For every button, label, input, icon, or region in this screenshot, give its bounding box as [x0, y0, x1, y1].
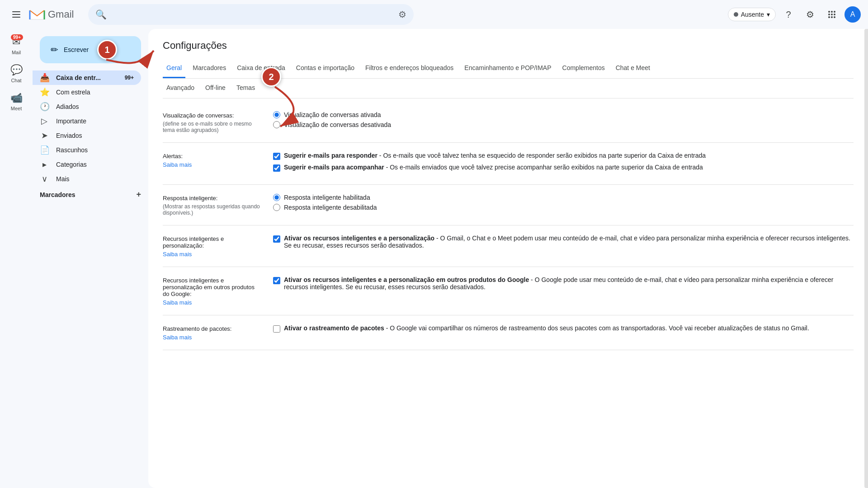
sidebar-item-important[interactable]: ▷ Importante: [33, 114, 141, 128]
labels-section: Marcadores +: [33, 186, 148, 203]
setting-row-tracking: Rastreamento de pacotes: Saiba mais Ativ…: [163, 315, 854, 350]
smart-features-check-label[interactable]: Ativar os recursos inteligentes e a pers…: [284, 235, 854, 249]
tab-encaminhamento[interactable]: Encaminhamento e POP/IMAP: [461, 59, 555, 78]
svg-rect-1: [12, 14, 20, 15]
mail-label: Mail: [12, 50, 21, 55]
clock-icon: 🕐: [40, 102, 49, 112]
status-button[interactable]: Ausente ▾: [728, 8, 776, 21]
resize-handle[interactable]: [864, 29, 868, 488]
tab-chat-meet[interactable]: Chat e Meet: [612, 59, 654, 78]
apps-button[interactable]: [823, 5, 841, 23]
status-dot: [734, 12, 738, 17]
tracking-title: Rastreamento de pacotes:: [163, 325, 262, 332]
radio-smart-off-input[interactable]: [273, 204, 280, 211]
avatar[interactable]: A: [844, 6, 861, 23]
settings-body: Visualização de conversas: (define se os…: [163, 99, 854, 350]
tab-filtros[interactable]: Filtros e endereços bloqueados: [362, 59, 457, 78]
checkbox-suggest-followup: Sugerir e-mails para acompanhar - Os e-m…: [273, 164, 854, 172]
svg-point-11: [834, 16, 835, 18]
alerts-control: Sugerir e-mails para responder - Os e-ma…: [273, 152, 854, 175]
pencil-icon: ✏: [51, 44, 58, 55]
tab-avancado[interactable]: Avançado: [163, 79, 198, 98]
smart-google-learn-more[interactable]: Saiba mais: [163, 299, 262, 306]
checkbox-smart-features-input[interactable]: [273, 235, 280, 243]
inbox-label: Caixa de entr...: [56, 74, 101, 81]
sidebar-item-more[interactable]: ∨ Mais: [33, 172, 141, 186]
sidebar-item-starred[interactable]: ⭐ Com estrela: [33, 85, 141, 99]
starred-label: Com estrela: [56, 89, 90, 96]
gmail-logo: Gmail: [29, 9, 74, 21]
important-label: Importante: [56, 117, 86, 125]
compose-button[interactable]: ✏ Escrever: [40, 36, 141, 63]
sent-icon: ➤: [40, 131, 49, 141]
icon-bar-chat[interactable]: 💬 Chat: [0, 61, 33, 87]
setting-row-smart-reply: Resposta inteligente: (Mostrar as respos…: [163, 185, 854, 225]
tracking-check-label[interactable]: Ativar o rastreamento de pacotes - O Goo…: [284, 324, 809, 332]
svg-rect-2: [12, 17, 20, 18]
radio-smart-on-input[interactable]: [273, 194, 280, 201]
alerts-learn-more[interactable]: Saiba mais: [163, 161, 262, 168]
radio-conv-on-input[interactable]: [273, 111, 280, 118]
icon-bar-meet[interactable]: 📹 Meet: [0, 89, 33, 115]
sidebar-item-inbox[interactable]: 📥 Caixa de entr... 99+: [33, 70, 141, 85]
icon-bar-mail[interactable]: ✉ 99+ Mail: [0, 33, 33, 59]
tab-temas[interactable]: Temas: [233, 79, 259, 98]
checkbox-smart-google-input[interactable]: [273, 277, 280, 284]
tab-contas[interactable]: Contas e importação: [292, 59, 358, 78]
chat-icon: 💬: [10, 64, 23, 76]
svg-point-10: [831, 16, 833, 18]
smart-google-title: Recursos inteligentes e personalização e…: [163, 277, 262, 297]
settings-button[interactable]: ⚙: [801, 5, 819, 23]
sidebar-item-drafts[interactable]: 📄 Rascunhos: [33, 143, 141, 157]
tab-geral[interactable]: Geral: [163, 59, 185, 78]
tab-offline[interactable]: Off-line: [202, 79, 229, 98]
labels-title: Marcadores: [40, 191, 75, 198]
help-button[interactable]: ?: [779, 5, 797, 23]
tab-caixa-entrada[interactable]: Caixa de entrada: [233, 59, 289, 78]
chat-label: Chat: [11, 78, 21, 83]
sidebar-item-categories[interactable]: ▸ Categorias: [33, 157, 141, 172]
left-icon-bar: ✉ 99+ Mail 💬 Chat 📹 Meet: [0, 29, 33, 488]
suggest-reply-label[interactable]: Sugerir e-mails para responder - Os e-ma…: [284, 152, 706, 159]
radio-conv-on[interactable]: Visualização de conversas ativada: [273, 111, 854, 118]
draft-icon: 📄: [40, 145, 49, 155]
filter-icon[interactable]: ⚙: [398, 9, 406, 20]
menu-button[interactable]: [7, 5, 25, 23]
smart-reply-control: Resposta inteligente habilitada Resposta…: [273, 194, 854, 214]
checkbox-suggest-followup-input[interactable]: [273, 164, 280, 172]
checkbox-tracking-input[interactable]: [273, 325, 280, 333]
radio-conv-off-input[interactable]: [273, 121, 280, 128]
setting-row-smart-features: Recursos inteligentes e personalização: …: [163, 225, 854, 267]
mail-badge: 99+: [11, 34, 23, 40]
important-icon: ▷: [40, 116, 49, 126]
add-label-button[interactable]: +: [136, 190, 141, 199]
meet-label: Meet: [11, 106, 22, 111]
smart-google-check-label[interactable]: Ativar os recursos inteligentes e a pers…: [284, 276, 854, 291]
conversation-view-title: Visualização de conversas:: [163, 112, 262, 119]
sidebar-item-sent[interactable]: ➤ Enviados: [33, 128, 141, 143]
tracking-learn-more[interactable]: Saiba mais: [163, 334, 262, 341]
radio-conv-off-label: Visualização de conversas desativada: [284, 121, 391, 128]
suggest-followup-label[interactable]: Sugerir e-mails para acompanhar - Os e-m…: [284, 164, 703, 171]
radio-smart-off[interactable]: Resposta inteligente desabilitada: [273, 204, 854, 211]
checkbox-suggest-reply-input[interactable]: [273, 153, 280, 160]
checkbox-tracking: Ativar o rastreamento de pacotes - O Goo…: [273, 324, 854, 333]
radio-conv-off[interactable]: Visualização de conversas desativada: [273, 121, 854, 128]
tab-complementos[interactable]: Complementos: [559, 59, 609, 78]
inbox-icon: 📥: [40, 73, 49, 83]
conversation-view-sublabel: (define se os e-mails sobre o mesmo tema…: [163, 121, 262, 133]
search-icon: 🔍: [95, 9, 107, 20]
sidebar: ✏ Escrever 📥 Caixa de entr... 99+ ⭐ Com …: [33, 29, 148, 488]
tab-marcadores[interactable]: Marcadores: [189, 59, 230, 78]
radio-smart-on[interactable]: Resposta inteligente habilitada: [273, 194, 854, 201]
search-input[interactable]: [110, 10, 395, 19]
settings-sub-tabs: Avançado Off-line Temas: [163, 79, 854, 99]
conversation-view-control: Visualização de conversas ativada Visual…: [273, 111, 854, 131]
svg-point-5: [834, 11, 835, 13]
logo-text: Gmail: [48, 9, 74, 20]
alerts-label: Alertas: Saiba mais: [163, 152, 262, 168]
sidebar-item-snoozed[interactable]: 🕐 Adiados: [33, 99, 141, 114]
smart-features-learn-more[interactable]: Saiba mais: [163, 251, 262, 258]
star-icon: ⭐: [40, 87, 49, 97]
chevron-down-icon: ▾: [767, 11, 770, 18]
